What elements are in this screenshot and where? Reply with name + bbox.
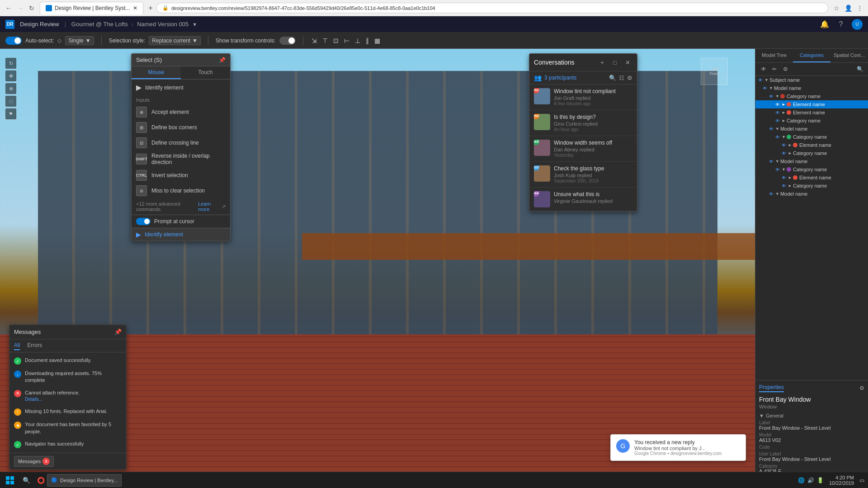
visibility-icon[interactable]: 👁 [781,174,787,181]
visibility-icon[interactable]: 👁 [774,101,781,108]
tree-item[interactable]: 👁 ▼ Model name [755,84,868,92]
tab-all[interactable]: All [14,341,20,350]
list-item[interactable]: ⊘ Miss to clear selection [132,183,230,198]
notification-toast[interactable]: G You received a new reply Window tint n… [610,434,746,461]
filter-icon[interactable]: ☷ [619,75,624,81]
replace-current-dropdown[interactable]: Replace current ▼ [149,36,201,45]
battery-icon[interactable]: 🔋 [817,477,824,483]
chart-icon[interactable]: ▦ [373,36,381,45]
list-item[interactable]: ⊟ Define crossing line [132,135,230,150]
tree-item[interactable]: 👁 ► Element name [755,141,868,149]
transform-toggle[interactable] [279,37,296,45]
show-desktop-icon[interactable]: ▭ [859,477,864,483]
help-icon[interactable]: ? [835,19,846,30]
visibility-icon[interactable]: 👁 [781,183,787,189]
list-item[interactable]: 033 Check the glass type Josh Kulp repli… [529,162,637,188]
messages-footer-button[interactable]: Messages 8 [14,456,54,467]
taskbar-app-task[interactable]: 🔵 Design Review | Bentley... [47,474,122,487]
conv-close-icon[interactable]: ✕ [623,57,632,67]
eye-tab-icon[interactable]: 👁 [759,65,768,74]
tree-item[interactable]: 👁 ▼ Category name [755,165,868,174]
back-button[interactable]: ← [4,3,14,14]
auto-select-toggle[interactable] [5,37,22,45]
visibility-icon[interactable]: 👁 [768,126,774,132]
extensions-icon[interactable]: ⋮ [855,4,864,13]
conv-add-icon[interactable]: + [597,57,607,67]
visibility-icon[interactable]: 👁 [762,85,768,91]
list-item[interactable]: 069 Window width seems off Dan Abney rep… [529,136,637,162]
select-pin-icon[interactable]: 📌 [219,57,226,63]
visibility-icon[interactable]: 👁 [781,150,787,156]
list-item[interactable]: CTRL Invert selection [132,168,230,183]
visibility-icon[interactable]: 👁 [774,166,781,173]
tab-errors[interactable]: Errors [27,341,42,350]
message-sub[interactable]: Details... [25,396,80,403]
tree-item[interactable]: 👁 ▼ Subject name [755,76,868,84]
tree-item[interactable]: 👁 ▼ Category name [755,92,868,100]
learn-more-link[interactable]: Learn more [198,201,220,212]
fit-view-icon[interactable]: ⇲ [311,36,318,45]
messages-pin-icon[interactable]: 📌 [114,328,122,335]
tree-item[interactable]: 👁 ▼ Model name [755,190,868,198]
notifications-icon[interactable]: 🔔 [819,19,830,30]
conv-minimize-icon[interactable]: □ [610,57,620,67]
settings-tab-icon[interactable]: ⚙ [781,65,790,74]
viewport-3d[interactable]: ↻ ✥ ⊕ □ ⚑ Latte Front Messages 📌 All Err… [0,49,755,488]
tree-item[interactable]: 👁 ► Element name [755,174,868,182]
view-cube[interactable]: Latte Front [701,58,728,85]
user-avatar[interactable]: U [852,19,863,30]
refresh-button[interactable]: ↻ [27,3,36,14]
visibility-icon[interactable]: 👁 [768,191,774,197]
breadcrumb-item-2[interactable]: Named Version 005 [137,21,189,28]
visibility-icon[interactable]: 👁 [768,158,774,164]
top-view-icon[interactable]: ⊤ [321,36,329,45]
visibility-icon[interactable]: 👁 [774,109,781,116]
address-bar[interactable]: 🔒 designreview.bentley.com/review/519829… [156,3,828,13]
tree-item[interactable]: 👁 ▼ Category name [755,133,868,141]
tab-touch[interactable]: Touch [181,66,230,79]
measure-icon[interactable]: ∥ [365,36,370,45]
taskbar-cortana-icon[interactable]: ⭕ [34,474,47,487]
tab-close[interactable]: ✕ [133,5,137,11]
list-item[interactable]: 666 Unsure what this is Virginie Gaudrea… [529,188,637,211]
walk-tool[interactable]: ⚑ [5,108,16,119]
tab-spatial[interactable]: Spatial Cont... [830,49,868,62]
rotate-tool[interactable]: ↻ [5,58,16,69]
forward-button[interactable]: → [15,3,25,14]
tree-item[interactable]: 👁 ► Category name [755,182,868,190]
visibility-icon[interactable]: 👁 [774,117,781,124]
tree-item[interactable]: 👁 ► Element name [755,100,868,108]
tree-item[interactable]: 👁 ▼ Model name [755,125,868,133]
tab-categories[interactable]: Categories [793,49,830,62]
list-item[interactable]: 052 Window tint not compliant Jon Graft … [529,84,637,110]
participants-count[interactable]: 3 participants [544,75,576,81]
browser-tab[interactable]: Design Review | Bentley Syst... ✕ [40,2,143,14]
network-icon[interactable]: 🌐 [798,477,805,483]
visibility-icon[interactable]: 👁 [774,134,781,140]
zoom-tool[interactable]: ⊕ [5,83,16,94]
visibility-icon[interactable]: 👁 [757,77,764,83]
fit-tool[interactable]: □ [5,96,16,107]
tree-item[interactable]: 👁 ▼ Model name [755,157,868,165]
taskbar-search-icon[interactable]: 🔍 [20,474,33,487]
properties-gear-icon[interactable]: ⚙ [859,385,864,391]
visibility-icon[interactable]: 👁 [768,93,774,99]
tree-item[interactable]: 👁 ► Element name [755,108,868,117]
profile-icon[interactable]: 👤 [844,4,853,13]
properties-tab[interactable]: Properties [759,384,784,392]
section-header[interactable]: ▼ General [759,413,864,418]
section-icon[interactable]: ⊥ [354,36,361,45]
settings-icon[interactable]: ⚙ [627,75,632,81]
tab-model-tree[interactable]: Model Tree [755,49,793,62]
tree-item[interactable]: 👁 ► Category name [755,149,868,157]
pan-tool[interactable]: ✥ [5,70,16,81]
search-tab-icon[interactable]: 🔍 [855,65,864,74]
new-tab-button[interactable]: + [149,4,153,12]
tree-item[interactable]: 👁 ► Category name [755,117,868,125]
tab-mouse[interactable]: Mouse [132,66,181,79]
version-dropdown[interactable]: ▼ [192,22,197,27]
search-icon[interactable]: 🔍 [609,75,616,81]
visibility-icon[interactable]: 👁 [781,142,787,148]
breadcrumb-item-1[interactable]: Gourmet @ The Lofts [71,21,128,28]
pencil-tab-icon[interactable]: ✏ [770,65,779,74]
